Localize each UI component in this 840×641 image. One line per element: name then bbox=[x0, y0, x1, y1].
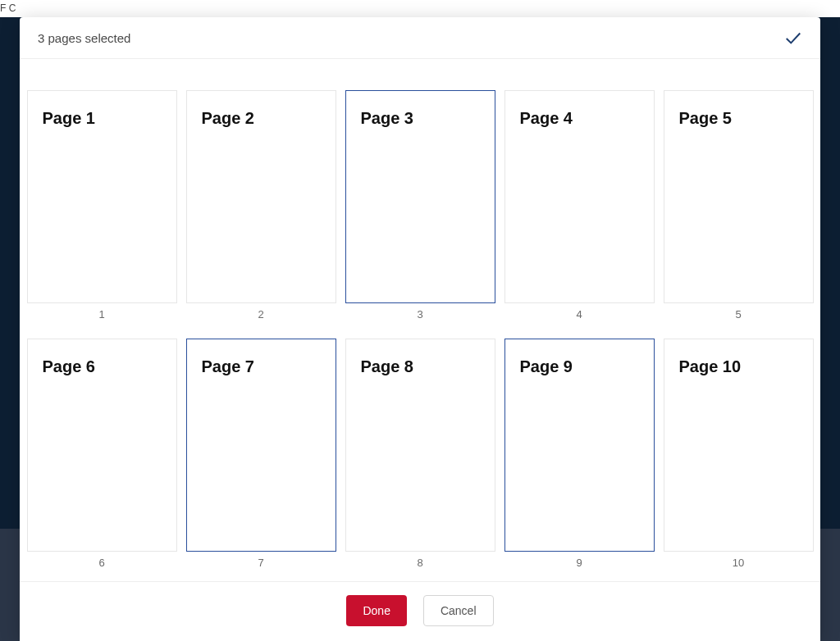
page-index: 1 bbox=[98, 308, 104, 320]
page-thumbnail[interactable]: Page 5 bbox=[664, 90, 814, 303]
page-index: 10 bbox=[733, 557, 744, 569]
page-thumbnail[interactable]: Page 4 bbox=[504, 90, 655, 303]
page-index: 4 bbox=[576, 308, 582, 320]
page-label: Page 9 bbox=[520, 357, 639, 376]
page-cell[interactable]: Page 55 bbox=[663, 90, 814, 320]
page-label: Page 1 bbox=[43, 109, 162, 128]
page-index: 9 bbox=[576, 557, 582, 569]
app-header-fragment: F C bbox=[0, 0, 840, 17]
page-index: 6 bbox=[98, 557, 104, 569]
pages-scroll-area[interactable]: Page 11Page 22Page 33Page 44Page 55Page … bbox=[20, 59, 820, 581]
page-cell[interactable]: Page 33 bbox=[345, 90, 495, 320]
page-thumbnail[interactable]: Page 10 bbox=[664, 339, 814, 552]
selection-count-text: 3 pages selected bbox=[38, 31, 130, 45]
page-thumbnail[interactable]: Page 9 bbox=[504, 339, 655, 552]
page-index: 2 bbox=[258, 308, 263, 320]
page-label: Page 5 bbox=[679, 109, 798, 128]
page-thumbnail[interactable]: Page 1 bbox=[27, 90, 177, 303]
page-thumbnail[interactable]: Page 2 bbox=[186, 90, 336, 303]
page-cell[interactable]: Page 1010 bbox=[663, 339, 814, 569]
page-label: Page 4 bbox=[520, 109, 639, 128]
page-selection-modal: 3 pages selected Page 11Page 22Page 33Pa… bbox=[20, 17, 820, 641]
page-cell[interactable]: Page 22 bbox=[185, 90, 336, 320]
page-cell[interactable]: Page 66 bbox=[26, 339, 177, 569]
page-cell[interactable]: Page 88 bbox=[345, 339, 495, 569]
page-thumbnail[interactable]: Page 8 bbox=[345, 339, 495, 552]
page-cell[interactable]: Page 77 bbox=[185, 339, 336, 569]
page-index: 5 bbox=[735, 308, 741, 320]
page-label: Page 10 bbox=[679, 357, 798, 376]
modal-footer: Done Cancel bbox=[20, 581, 820, 641]
confirm-check-icon[interactable] bbox=[784, 29, 802, 47]
page-thumbnail[interactable]: Page 3 bbox=[345, 90, 495, 303]
page-label: Page 6 bbox=[43, 357, 162, 376]
page-index: 8 bbox=[417, 557, 422, 569]
page-cell[interactable]: Page 99 bbox=[504, 339, 655, 569]
modal-header: 3 pages selected bbox=[20, 17, 820, 59]
page-cell[interactable]: Page 11 bbox=[26, 90, 177, 320]
page-cell[interactable]: Page 44 bbox=[504, 90, 655, 320]
page-index: 3 bbox=[417, 308, 422, 320]
page-label: Page 2 bbox=[202, 109, 321, 128]
page-label: Page 7 bbox=[202, 357, 321, 376]
page-label: Page 8 bbox=[361, 357, 480, 376]
cancel-button[interactable]: Cancel bbox=[423, 595, 494, 626]
done-button[interactable]: Done bbox=[346, 595, 406, 626]
pages-grid: Page 11Page 22Page 33Page 44Page 55Page … bbox=[26, 90, 814, 569]
page-thumbnail[interactable]: Page 6 bbox=[27, 339, 177, 552]
page-thumbnail[interactable]: Page 7 bbox=[186, 339, 336, 552]
page-index: 7 bbox=[258, 557, 263, 569]
page-label: Page 3 bbox=[361, 109, 480, 128]
